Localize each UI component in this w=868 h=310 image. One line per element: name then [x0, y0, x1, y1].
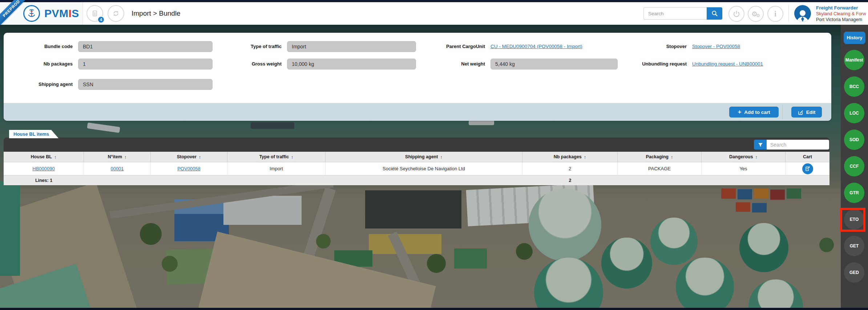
- history-button[interactable]: History: [844, 32, 865, 44]
- add-to-cart-label: Add to cart: [744, 110, 770, 115]
- column-header-dangerous[interactable]: Dangerous↑: [702, 152, 786, 162]
- cell-dangerous: Yes: [702, 162, 786, 175]
- card-action-bar: + Add to cart Edit: [4, 103, 831, 121]
- user-role: Freight Forwarder: [816, 5, 868, 11]
- unbundling-request-link[interactable]: Unbundling request - UNB00001: [692, 59, 763, 69]
- edit-button[interactable]: Edit: [791, 107, 822, 118]
- global-search-input[interactable]: [643, 7, 707, 20]
- column-label: Shipping agent: [405, 154, 438, 159]
- table-footer-row: Lines: 1 2: [4, 175, 829, 185]
- global-search: [643, 7, 722, 20]
- user-info[interactable]: Freight Forwarder Skyland Clearing & For…: [816, 5, 868, 23]
- filter-button[interactable]: [754, 140, 767, 150]
- stopover-link[interactable]: Stopover - POV00058: [692, 41, 740, 52]
- table-toolbar: [4, 138, 829, 152]
- column-header-cart: Cart: [786, 152, 829, 162]
- edit-label: Edit: [806, 110, 816, 115]
- tab-house-bl-items[interactable]: House BL items: [9, 130, 58, 138]
- field-label: Gross weight: [205, 59, 282, 69]
- column-label: Dangerous: [729, 154, 753, 159]
- sort-asc-icon: ↑: [671, 154, 673, 160]
- sort-asc-icon: ↑: [584, 154, 586, 160]
- sort-asc-icon: ↑: [291, 154, 294, 160]
- user-organization: Port Victoria Managem: [816, 17, 868, 23]
- column-header-type-of-traffic[interactable]: Type of traffic↑: [227, 152, 326, 162]
- sidebar-item-get[interactable]: GET: [844, 236, 864, 256]
- add-to-cart-button[interactable]: + Add to cart: [729, 107, 779, 118]
- add-row-to-cart-button[interactable]: [802, 163, 813, 174]
- sort-asc-icon: ↑: [755, 154, 758, 160]
- table-header-row: House BL↑ N°item↑ Stopover↑ Type of traf…: [4, 152, 829, 162]
- top-window-strip: [0, 0, 868, 2]
- column-header-n-item[interactable]: N°item↑: [84, 152, 151, 162]
- cell-type-of-traffic: Import: [227, 162, 326, 175]
- nb-packages-field[interactable]: [78, 59, 213, 69]
- house-bl-link[interactable]: HB000090: [32, 166, 54, 171]
- type-of-traffic-field[interactable]: [287, 41, 416, 52]
- anchor-icon: [26, 8, 37, 19]
- sidebar-item-manifest[interactable]: Manifest: [844, 50, 864, 70]
- plus-icon: +: [738, 108, 741, 116]
- cell-packaging: PACKAGE: [618, 162, 702, 175]
- field-label: Bundle code: [11, 41, 73, 52]
- column-header-stopover[interactable]: Stopover↑: [151, 152, 227, 162]
- pvmis-logo[interactable]: [23, 5, 40, 22]
- documents-button[interactable]: 4: [86, 5, 103, 22]
- footer-spacer: [786, 175, 829, 185]
- column-label: Type of traffic: [259, 154, 289, 159]
- column-label: House BL: [31, 154, 52, 159]
- app-wordmark: PVMIS: [44, 7, 79, 20]
- sort-asc-icon: ↑: [54, 154, 57, 160]
- settings-button[interactable]: ⚙⚙: [748, 6, 764, 22]
- right-sidebar: History Manifest BCC LOC SOD CCF GTR ETO…: [841, 25, 868, 308]
- logout-button[interactable]: [728, 6, 744, 22]
- footer-spacer: [702, 175, 786, 185]
- column-header-packaging[interactable]: Packaging↑: [618, 152, 702, 162]
- bottom-window-strip: [0, 308, 868, 310]
- cell-stopover: POV00058: [151, 162, 227, 175]
- column-header-house-bl[interactable]: House BL↑: [4, 152, 84, 162]
- sidebar-item-sod[interactable]: SOD: [844, 130, 864, 150]
- column-header-shipping-agent[interactable]: Shipping agent↑: [326, 152, 522, 162]
- bundle-code-field[interactable]: [78, 41, 213, 52]
- global-search-button[interactable]: [707, 7, 722, 20]
- cart-add-icon: [805, 166, 810, 171]
- info-icon: i: [774, 10, 776, 18]
- info-button[interactable]: i: [767, 6, 783, 22]
- sort-asc-icon: ↑: [124, 154, 127, 160]
- cell-nb-packages: 2: [522, 162, 618, 175]
- stopover-cell-link[interactable]: POV00058: [177, 166, 201, 171]
- bundle-detail-card: Bundle code Nb packages Shipping agent T…: [4, 33, 831, 121]
- notification-badge: 4: [97, 16, 105, 23]
- sidebar-item-ged[interactable]: GED: [844, 262, 864, 283]
- person-icon: [795, 9, 810, 22]
- filter-icon: [758, 142, 763, 148]
- header-divider: [788, 5, 789, 22]
- document-icon: [91, 10, 98, 17]
- field-label: Parent CargoUnit: [407, 41, 485, 52]
- field-label: Unbundling request: [598, 59, 687, 69]
- house-bl-table: House BL↑ N°item↑ Stopover↑ Type of traf…: [4, 152, 829, 185]
- gross-weight-field[interactable]: [287, 59, 416, 69]
- table-search-input[interactable]: [767, 140, 829, 150]
- user-company: Skyland Clearing & Forw: [816, 11, 868, 17]
- refresh-button[interactable]: [108, 5, 124, 22]
- column-label: Cart: [803, 154, 812, 159]
- shipping-agent-field[interactable]: [78, 79, 213, 90]
- column-label: Nb packages: [554, 154, 582, 159]
- sidebar-item-ccf[interactable]: CCF: [844, 156, 864, 176]
- n-item-link[interactable]: 00001: [110, 166, 124, 171]
- parent-cargounit-link[interactable]: CU - MEDU0900704 (POV00058 - Import): [490, 41, 582, 52]
- wordmark-pvm: PVM: [44, 7, 69, 19]
- field-label: Shipping agent: [11, 79, 73, 90]
- footer-spacer: [326, 175, 522, 185]
- column-header-nb-packages[interactable]: Nb packages↑: [522, 152, 618, 162]
- user-avatar[interactable]: [794, 5, 811, 22]
- sidebar-item-loc[interactable]: LOC: [844, 103, 864, 123]
- sidebar-item-gtr[interactable]: GTR: [844, 183, 864, 203]
- wordmark-s: S: [72, 7, 79, 19]
- sidebar-item-bcc[interactable]: BCC: [844, 76, 864, 97]
- cell-house-bl: HB000090: [4, 162, 84, 175]
- column-label: Packaging: [646, 154, 669, 159]
- footer-spacer: [618, 175, 702, 185]
